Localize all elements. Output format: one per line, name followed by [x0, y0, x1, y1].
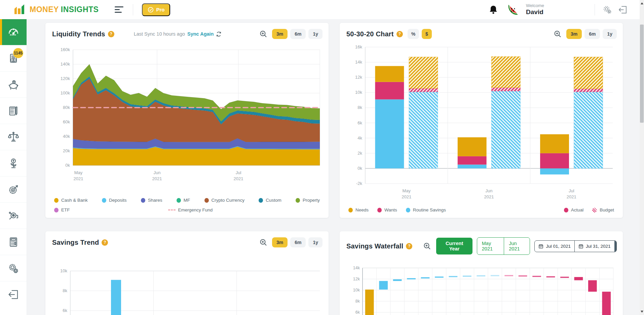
savings-waterfall-title: Savings Waterfall: [346, 242, 403, 250]
date-range-group: Jul 01, 2021 Jul 31, 2021 GO: [534, 240, 617, 252]
watermelon-avatar-icon: [506, 3, 521, 17]
go-button[interactable]: GO: [614, 241, 617, 252]
savings-trend-zoom-icon[interactable]: [259, 238, 267, 246]
svg-text:May: May: [402, 188, 411, 193]
svg-text:8k: 8k: [357, 105, 362, 110]
svg-text:4k: 4k: [357, 135, 362, 141]
legend-item-needs[interactable]: Needs: [348, 207, 369, 212]
sidebar-item-goals[interactable]: [0, 176, 27, 203]
sidebar-item-analysis[interactable]: [0, 203, 27, 229]
waterfall-zoom-icon[interactable]: [423, 242, 431, 250]
pro-badge-button[interactable]: Pro: [142, 3, 170, 16]
svg-text:2021: 2021: [484, 194, 494, 199]
legend-item-crypto-currency[interactable]: Crypto Currency: [204, 198, 244, 203]
brand-logo[interactable]: MONEYINSIGHTS: [13, 4, 99, 15]
svg-text:40k: 40k: [63, 134, 70, 139]
header-divider: [133, 4, 133, 15]
sidebar-item-investments[interactable]: [0, 150, 27, 176]
svg-text:12k: 12k: [353, 277, 360, 281]
header-divider-2: [595, 4, 595, 15]
svg-text:2021: 2021: [234, 176, 243, 181]
current-year-button[interactable]: Current Year: [436, 238, 472, 254]
legend-item-cash-bank[interactable]: Cash & Bank: [54, 198, 88, 203]
page-scrollbar[interactable]: [640, 0, 644, 315]
legend-item-deposits[interactable]: Deposits: [102, 198, 127, 203]
savings-waterfall-chart: 14k12k10k8k6k4k2k0k: [345, 262, 617, 315]
svg-text:May: May: [74, 170, 83, 175]
sync-again-link[interactable]: Sync Again: [187, 31, 214, 37]
month-button-may[interactable]: May 2021: [477, 238, 504, 254]
legend-item-custom[interactable]: Custom: [259, 198, 281, 203]
legend-swatch: [141, 198, 145, 203]
legend-item-emergency-fund[interactable]: Emergency Fund: [168, 207, 213, 212]
svg-text:12k: 12k: [355, 75, 362, 80]
legend-item-actual[interactable]: Actual: [564, 207, 584, 212]
date-from-field[interactable]: Jul 01, 2021: [535, 241, 574, 252]
svg-text:8k: 8k: [63, 288, 67, 293]
range-button-3m[interactable]: 3m: [566, 29, 582, 39]
range-button-6m[interactable]: 6m: [290, 237, 306, 247]
sidebar-item-settings[interactable]: [0, 255, 27, 281]
range-button-6m[interactable]: 6m: [290, 29, 306, 39]
range-button-1y[interactable]: 1y: [603, 29, 617, 39]
503020-help-icon[interactable]: ?: [396, 31, 403, 37]
legend-item-etf[interactable]: ETF: [54, 207, 70, 212]
sidebar-item-logout[interactable]: [0, 281, 27, 308]
logout-icon[interactable]: [618, 5, 628, 15]
sidebar-item-dashboard[interactable]: [0, 19, 27, 45]
calculator-icon: [7, 236, 20, 248]
legend-item-shares[interactable]: Shares: [141, 198, 162, 203]
settings-gears-icon[interactable]: [602, 5, 612, 15]
svg-text:2021: 2021: [567, 194, 576, 199]
svg-text:100k: 100k: [61, 90, 70, 95]
legend-item-mf[interactable]: MF: [177, 198, 190, 203]
sidebar-item-budget[interactable]: [0, 98, 27, 124]
sidebar-item-calculators[interactable]: [0, 229, 27, 255]
range-button-6m[interactable]: 6m: [584, 29, 600, 39]
piggy-bank-icon: [7, 79, 20, 91]
unit-toggle: %$: [408, 29, 432, 39]
legend-item-wants[interactable]: Wants: [377, 207, 397, 212]
savings-waterfall-help-icon[interactable]: ?: [406, 243, 412, 249]
menu-toggle-icon[interactable]: [115, 5, 124, 14]
sidebar-item-savings[interactable]: [0, 72, 27, 98]
legend-item-budget[interactable]: Budget: [592, 207, 614, 212]
legend-item-property[interactable]: Property: [296, 198, 320, 203]
unit-toggle-dollar[interactable]: $: [422, 29, 432, 39]
user-avatar[interactable]: [506, 3, 521, 17]
scrollbar-down-arrow[interactable]: [640, 309, 644, 314]
range-button-1y[interactable]: 1y: [308, 237, 323, 247]
scrollbar-up-arrow[interactable]: [640, 1, 644, 6]
legend-swatch: [54, 208, 59, 212]
503020-legend: NeedsWantsRoutine SavingsActualBudget: [348, 207, 614, 212]
scrollbar-thumb[interactable]: [640, 25, 644, 123]
date-to-field[interactable]: Jul 31, 2021: [574, 241, 614, 252]
month-button-jun[interactable]: Jun 2021: [504, 238, 530, 254]
svg-text:6k: 6k: [355, 310, 360, 315]
svg-text:10k: 10k: [353, 288, 360, 292]
range-button-3m[interactable]: 3m: [272, 237, 288, 247]
goal-target-icon: [7, 184, 20, 196]
legend-dash-swatch: [168, 209, 176, 210]
503020-zoom-icon[interactable]: [554, 30, 562, 38]
sidebar-item-review-transactions[interactable]: 1145: [0, 45, 27, 72]
svg-text:Jun: Jun: [154, 170, 161, 175]
balance-scale-icon: [7, 131, 20, 144]
svg-text:14k: 14k: [353, 266, 360, 270]
savings-trend-help-icon[interactable]: ?: [102, 239, 108, 246]
range-button-1y[interactable]: 1y: [308, 29, 323, 39]
legend-swatch: [296, 198, 300, 203]
notification-bell-icon[interactable]: [489, 5, 498, 14]
liquidity-zoom-icon[interactable]: [259, 30, 267, 38]
refresh-icon[interactable]: [216, 31, 222, 37]
liquidity-help-icon[interactable]: ?: [108, 31, 114, 37]
legend-swatch: [259, 198, 263, 203]
svg-text:20k: 20k: [63, 148, 70, 153]
transactions-count-badge: 1145: [13, 48, 23, 58]
sidebar-item-net-worth[interactable]: [0, 124, 27, 150]
legend-item-routine-savings[interactable]: Routine Savings: [406, 207, 446, 212]
unit-toggle-percent[interactable]: %: [408, 29, 419, 39]
svg-text:140k: 140k: [61, 62, 70, 67]
range-button-3m[interactable]: 3m: [272, 29, 288, 39]
liquidity-legend: Cash & BankDepositsSharesMFCrypto Curren…: [54, 198, 320, 212]
